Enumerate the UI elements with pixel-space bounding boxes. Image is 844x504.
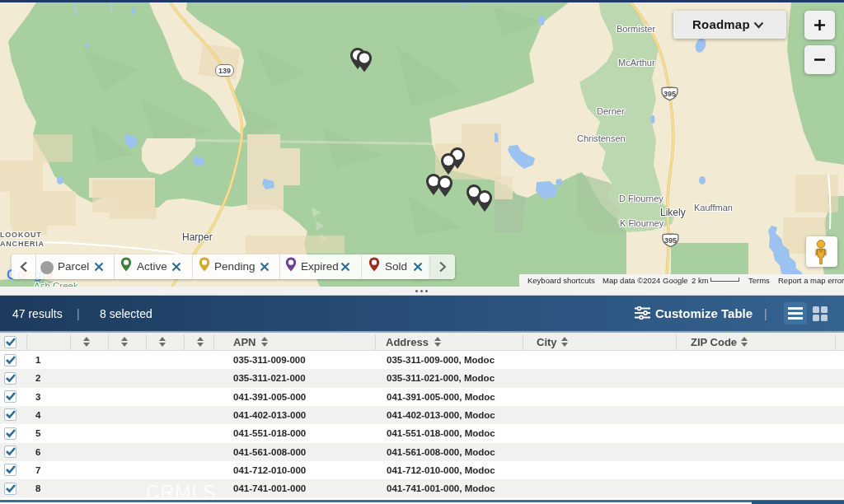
svg-text:395: 395 bbox=[664, 236, 677, 245]
svg-text:395: 395 bbox=[663, 90, 676, 98]
